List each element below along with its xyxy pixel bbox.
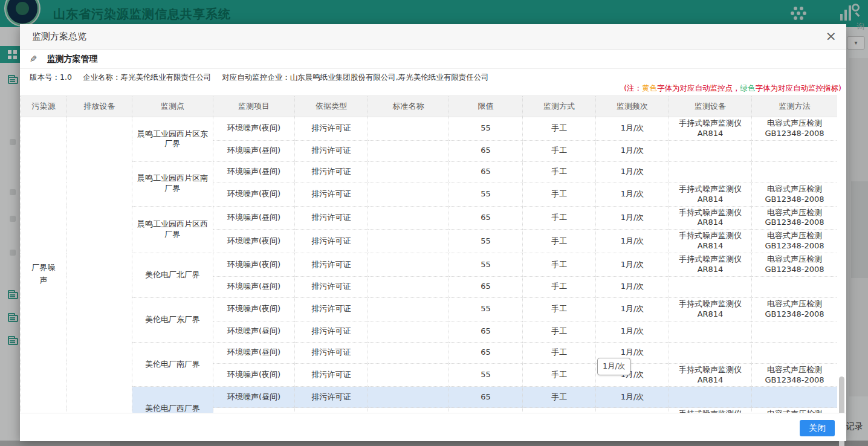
monitor-method-cell: 电容式声压检测 GB12348-2008	[752, 297, 838, 321]
standard-name-cell	[368, 297, 449, 321]
basis-type-cell: 排污许可证	[295, 321, 368, 342]
standard-name-cell	[368, 276, 449, 297]
basis-type-cell: 排污许可证	[295, 342, 368, 363]
monitor-project-cell: 环境噪声(昼间)	[213, 140, 295, 161]
standard-name-cell	[368, 363, 449, 387]
column-header: 监测方式	[523, 96, 596, 117]
monitor-method-cell	[752, 321, 838, 342]
monitor-frequency-cell: 1月/次	[596, 276, 669, 297]
basis-type-cell: 排污许可证	[295, 161, 368, 183]
table-row[interactable]: 美伦电厂南厂界环境噪声(昼间)排污许可证65手工1月/次	[21, 342, 838, 363]
monitor-equipment-cell	[669, 342, 752, 363]
basis-type-cell: 排污许可证	[295, 183, 368, 206]
monitor-point-cell: 美伦电厂南厂界	[132, 342, 213, 387]
monitor-method-cell: 电容式声压检测 GB12348-2008	[752, 363, 838, 387]
standard-name-cell	[368, 230, 449, 253]
monitor-equipment-cell: 手持式噪声监测仪 AR814	[669, 117, 752, 141]
color-note: (注：黄色字体为对应自动监控点，绿色字体为对应自动监控指标)	[624, 83, 841, 94]
column-header: 污染源	[21, 96, 67, 117]
monitor-method-cell	[752, 140, 838, 161]
monitor-equipment-cell: 手持式噪声监测仪 AR814	[669, 363, 752, 387]
limit-value-cell: 55	[449, 363, 523, 387]
table-row[interactable]: 美伦电厂东厂界环境噪声(夜间)排污许可证55手工1月/次手持式噪声监测仪 AR8…	[21, 297, 838, 321]
close-button[interactable]: 关闭	[800, 420, 835, 436]
monitor-project-cell: 环境噪声(昼间)	[213, 206, 295, 230]
table-row[interactable]: 厂界噪声晨鸣工业园西片区东厂界环境噪声(夜间)排污许可证55手工1月/次手持式噪…	[21, 117, 838, 141]
column-header: 监测项目	[213, 96, 295, 117]
basis-type-cell: 排污许可证	[295, 230, 368, 253]
column-header: 排放设备	[67, 96, 132, 117]
frequency-tooltip: 1月/次	[597, 358, 630, 375]
table-row[interactable]: 美伦电厂北厂界环境噪声(夜间)排污许可证55手工1月/次手持式噪声监测仪 AR8…	[21, 253, 838, 277]
table-row[interactable]: 美伦电厂西厂界环境噪声(昼间)排污许可证65手工1月/次	[21, 387, 838, 408]
monitor-equipment-cell	[669, 161, 752, 183]
monitor-point-cell: 晨鸣工业园西片区南厂界	[132, 161, 213, 206]
monitor-project-cell: 环境噪声(昼间)	[213, 342, 295, 363]
basis-type-cell: 排污许可证	[295, 363, 368, 387]
standard-name-cell	[368, 321, 449, 342]
monitor-project-cell: 环境噪声(昼间)	[213, 387, 295, 408]
monitor-project-cell: 环境噪声(夜间)	[213, 253, 295, 277]
monitor-frequency-cell: 1月/次	[596, 140, 669, 161]
monitor-project-cell: 环境噪声(夜间)	[213, 363, 295, 387]
monitor-frequency-cell: 1月/次	[596, 230, 669, 253]
limit-value-cell: 65	[449, 206, 523, 230]
company-value: 寿光美伦纸业有限责任公司	[120, 73, 211, 82]
monitor-mode-cell: 手工	[523, 276, 596, 297]
standard-name-cell	[368, 183, 449, 206]
basis-type-cell: 排污许可证	[295, 117, 368, 141]
column-header: 标准名称	[368, 96, 449, 117]
limit-value-cell: 65	[449, 387, 523, 408]
column-header: 监测方法	[752, 96, 838, 117]
limit-value-cell: 55	[449, 230, 523, 253]
pollution-source-cell: 厂界噪声	[21, 117, 67, 431]
monitor-frequency-cell: 1月/次	[596, 117, 669, 141]
section-title: 监测方案管理	[47, 54, 98, 65]
monitor-frequency-cell: 1月/次	[596, 206, 669, 230]
close-icon[interactable]: ×	[826, 28, 837, 44]
column-header: 依据类型	[295, 96, 368, 117]
monitor-method-cell	[752, 276, 838, 297]
monitor-mode-cell: 手工	[523, 161, 596, 183]
limit-value-cell: 65	[449, 276, 523, 297]
monitor-point-cell: 晨鸣工业园西片区西厂界	[132, 206, 213, 253]
monitor-method-cell	[752, 342, 838, 363]
monitor-mode-cell: 手工	[523, 230, 596, 253]
basis-type-cell: 排污许可证	[295, 276, 368, 297]
monitor-equipment-cell: 手持式噪声监测仪 AR814	[669, 230, 752, 253]
monitor-frequency-cell: 1月/次	[596, 321, 669, 342]
plan-table-body: 厂界噪声晨鸣工业园西片区东厂界环境噪声(夜间)排污许可证55手工1月/次手持式噪…	[21, 117, 838, 431]
monitor-equipment-cell	[669, 321, 752, 342]
monitor-point-cell: 美伦电厂东厂界	[132, 297, 213, 342]
standard-name-cell	[368, 161, 449, 183]
monitor-method-cell: 电容式声压检测 GB12348-2008	[752, 117, 838, 141]
screen: 山东省污染源监测信息共享系统 询 ▾ 记录 监测方案总览	[0, 0, 868, 446]
modal-title: 监测方案总览	[32, 31, 86, 42]
monitor-method-cell: 电容式声压检测 GB12348-2008	[752, 230, 838, 253]
auto-company-value: 山东晨鸣纸业集团股份有限公司,寿光美伦纸业有限责任公司	[290, 73, 489, 82]
column-header: 监测点	[132, 96, 213, 117]
modal-footer: 关闭	[20, 413, 846, 441]
table-row[interactable]: 晨鸣工业园西片区南厂界环境噪声(昼间)排污许可证65手工1月/次	[21, 161, 838, 183]
monitor-project-cell: 环境噪声(夜间)	[213, 297, 295, 321]
version-label: 版本号：	[30, 73, 60, 82]
monitor-point-cell: 晨鸣工业园西片区东厂界	[132, 117, 213, 162]
plan-info-line: 版本号：1.0 企业名称：寿光美伦纸业有限责任公司 对应自动监控企业：山东晨鸣纸…	[30, 73, 489, 83]
section-header: ✎ 监测方案管理	[20, 50, 846, 69]
note-green-word: 绿色	[740, 83, 756, 92]
basis-type-cell: 排污许可证	[295, 206, 368, 230]
monitor-frequency-cell: 1月/次	[596, 297, 669, 321]
discharge-equipment-cell	[67, 117, 132, 431]
table-scrollbar-track[interactable]	[837, 95, 846, 413]
monitor-method-cell	[752, 161, 838, 183]
limit-value-cell: 65	[449, 161, 523, 183]
auto-company-label: 对应自动监控企业：	[222, 73, 290, 82]
monitor-method-cell: 电容式声压检测 GB12348-2008	[752, 183, 838, 206]
table-row[interactable]: 晨鸣工业园西片区西厂界环境噪声(昼间)排污许可证65手工1月/次手持式噪声监测仪…	[21, 206, 838, 230]
monitor-equipment-cell: 手持式噪声监测仪 AR814	[669, 206, 752, 230]
monitor-equipment-cell	[669, 276, 752, 297]
monitor-frequency-cell: 1月/次	[596, 387, 669, 408]
monitor-project-cell: 环境噪声(夜间)	[213, 183, 295, 206]
limit-value-cell: 65	[449, 342, 523, 363]
info-bar: 版本号：1.0 企业名称：寿光美伦纸业有限责任公司 对应自动监控企业：山东晨鸣纸…	[20, 69, 846, 95]
